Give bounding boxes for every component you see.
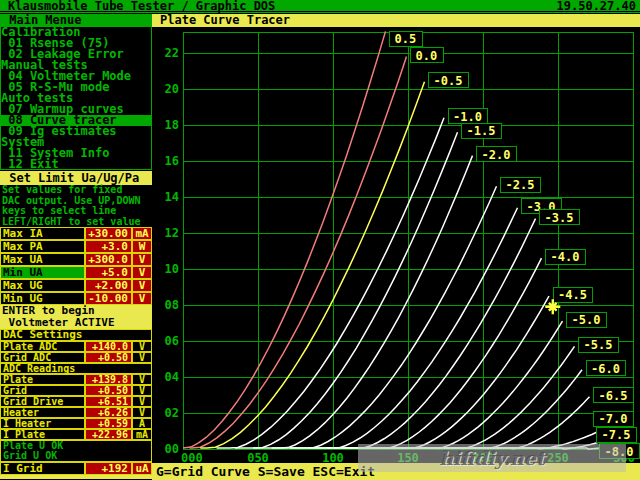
table-row-max-ug[interactable]: Max UG+2.00V (0, 279, 152, 292)
adc-readings-header: ADC Readings (0, 363, 152, 374)
row-value: +192 (85, 462, 132, 475)
table-row-grid: Grid+0.50V (0, 385, 152, 396)
chart-canvas: 0002040608101214161820220000501001502002… (152, 27, 640, 463)
plate-curve-vg--5.5 (382, 346, 575, 448)
plate-curve-vg--1.5 (235, 132, 458, 448)
curve-label-vg--2.0: -2.0 (482, 148, 511, 162)
row-unit: V (132, 341, 152, 352)
row-unit: V (132, 292, 152, 305)
row-label: Min UA (0, 266, 85, 279)
title-bar: Klausmobile Tube Tester / Graphic DOS 19… (0, 0, 640, 13)
row-label: Plate (0, 374, 85, 385)
table-row-max-ua[interactable]: Max UA+300.0V (0, 253, 152, 266)
row-value: +22.96 (85, 429, 132, 440)
adc-readings-table: Plate+139.8VGrid+0.50VGrid Drive+6.51VHe… (0, 374, 152, 440)
curve-label-vg--4.0: -4.0 (551, 250, 580, 264)
row-value[interactable]: +300.0 (85, 253, 132, 266)
table-row-plate-adc: Plate ADC+140.0V (0, 341, 152, 352)
curve-label-vg--2.5: -2.5 (506, 178, 535, 192)
row-label: I Heater (0, 418, 85, 429)
row-unit: mA (132, 227, 152, 240)
table-row-max-pa[interactable]: Max PA+3.0W (0, 240, 152, 253)
plate-curve-vg--4.5 (345, 296, 549, 448)
row-value[interactable]: +2.00 (85, 279, 132, 292)
watermark-text: hifidiy.net (439, 447, 545, 469)
app-screen: Klausmobile Tube Tester / Graphic DOS 19… (0, 0, 640, 480)
row-label: Max UG (0, 279, 85, 292)
table-row-i-grid: I Grid+192uA (0, 462, 152, 475)
row-unit: V (132, 279, 152, 292)
y-tick-label: 06 (165, 334, 179, 348)
y-tick-label: 20 (165, 82, 179, 96)
y-tick-label: 08 (165, 298, 179, 312)
y-tick-label: 18 (165, 118, 179, 132)
plate-curve-vg--4.0 (327, 258, 542, 448)
curve-label-vg--4.5: -4.5 (558, 288, 587, 302)
instruction-line: keys to select line (2, 206, 152, 217)
curve-label-vg--1.5: -1.5 (467, 124, 496, 138)
dac-settings-table: Plate ADC+140.0VGrid ADC+0.50V (0, 341, 152, 363)
curve-label-vg-0.5: 0.5 (395, 32, 417, 46)
row-value: +6.26 (85, 407, 132, 418)
row-unit: V (132, 266, 152, 279)
table-row-i-plate: I Plate+22.96mA (0, 429, 152, 440)
row-value: +0.59 (85, 418, 132, 429)
row-unit: V (132, 396, 152, 407)
y-tick-label: 04 (165, 370, 179, 384)
curve-label-vg--6.0: -6.0 (591, 362, 620, 376)
row-unit: V (132, 374, 152, 385)
y-tick-label: 16 (165, 154, 179, 168)
dac-settings-header: DAC Settings (0, 329, 152, 341)
curve-label-vg--0.5: -0.5 (434, 74, 463, 88)
curve-label-vg--1.0: -1.0 (453, 110, 482, 124)
app-title: Klausmobile Tube Tester / Graphic DOS (8, 0, 275, 12)
plate-curve-chart: 0002040608101214161820220000501001502002… (152, 27, 640, 463)
row-value: +6.51 (85, 396, 132, 407)
left-panel: Main Menue Calibration 01 Rsense (75) 02… (0, 14, 152, 479)
y-tick-label: 00 (165, 442, 179, 456)
menu-item-12-exit[interactable]: 12 Exit (1, 159, 151, 170)
row-label: Max PA (0, 240, 85, 253)
row-value: +0.50 (85, 352, 132, 363)
row-label: Plate ADC (0, 341, 85, 352)
y-tick-label: 12 (165, 226, 179, 240)
row-label: Heater (0, 407, 85, 418)
watermark-overlay: hifidiy.net (358, 444, 626, 472)
chart-title-bar: Plate Curve Tracer (152, 14, 640, 27)
row-value: +140.0 (85, 341, 132, 352)
instructions-text: Set values for fixedDAC output. Use UP,D… (0, 185, 152, 227)
row-label: Grid Drive (0, 396, 85, 407)
curve-label-vg--5.0: -5.0 (572, 313, 601, 327)
supply-status-line: Grid U OK (1, 451, 151, 461)
row-unit: A (132, 418, 152, 429)
plate-curve-vg--2.5 (272, 186, 497, 448)
row-value[interactable]: +3.0 (85, 240, 132, 253)
row-value[interactable]: +5.0 (85, 266, 132, 279)
curve-label-vg--6.5: -6.5 (599, 389, 628, 403)
panel-bottom-strip (0, 475, 152, 479)
igrid-row-container: I Grid+192uA (0, 462, 152, 475)
curve-label-vg--7.5: -7.5 (602, 428, 631, 442)
y-tick-label: 10 (165, 262, 179, 276)
plate-curve-vg--1.0 (217, 118, 445, 448)
plate-curve-vg--6.5 (418, 397, 589, 449)
curve-label-vg-0.0: 0.0 (416, 49, 438, 63)
plate-curve-vg--0.5 (200, 82, 424, 448)
row-label: Max IA (0, 227, 85, 240)
table-row-plate: Plate+139.8V (0, 374, 152, 385)
instruction-line: Set values for fixed (2, 185, 152, 196)
row-value: +0.50 (85, 385, 132, 396)
row-value[interactable]: +30.00 (85, 227, 132, 240)
cursor-star-center (551, 305, 554, 308)
table-row-min-ua[interactable]: Min UA+5.0V (0, 266, 152, 279)
y-tick-label: 02 (165, 406, 179, 420)
table-row-heater: Heater+6.26V (0, 407, 152, 418)
table-row-max-ia[interactable]: Max IA+30.00mA (0, 227, 152, 240)
supply-status-box: Plate U OKGrid U OK (0, 440, 152, 462)
table-row-grid-drive: Grid Drive+6.51V (0, 396, 152, 407)
plate-curve-vg-0.0 (190, 57, 407, 448)
instruction-line: LEFT/RIGHT to set value (2, 217, 152, 228)
plate-curve-vg-0.5 (183, 31, 386, 448)
curve-label-vg--7.0: -7.0 (599, 412, 628, 426)
table-row-grid-adc: Grid ADC+0.50V (0, 352, 152, 363)
